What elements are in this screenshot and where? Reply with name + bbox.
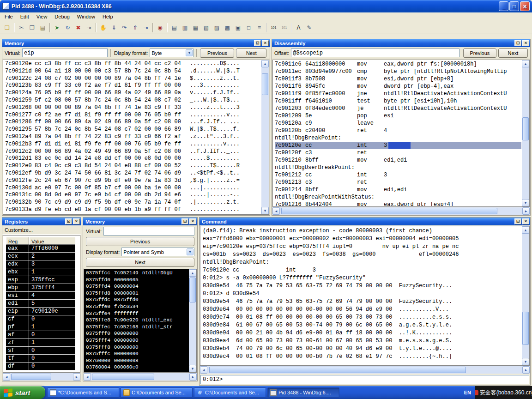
taskbar-button[interactable]: C:\Documents and Se...: [121, 387, 193, 398]
menu-item-view[interactable]: View: [33, 13, 51, 20]
menu-item-window[interactable]: Window: [73, 13, 99, 20]
run-to-cursor-button[interactable]: ⇥: [140, 23, 151, 33]
disassembly-previous-button[interactable]: Previous: [463, 48, 496, 58]
scratch-pad-button[interactable]: □: [243, 23, 254, 33]
processes-threads-button[interactable]: ≡: [254, 23, 265, 33]
disassembly-content[interactable]: 7c9011e664a118000000moveax,dword ptr fs:…: [272, 60, 530, 207]
source-mode-on-button[interactable]: 101: [268, 23, 279, 33]
scroll-right-button[interactable]: ▸: [522, 207, 530, 215]
insert-breakpoint-button[interactable]: ◉: [155, 23, 165, 33]
memory1-close-button[interactable]: ×: [262, 40, 269, 46]
taskbar-button[interactable]: Pid 3488 - WinDbg:6....: [267, 387, 339, 398]
memory2-dock-button[interactable]: ⊡: [181, 218, 188, 224]
value-column-header[interactable]: Value: [29, 237, 75, 245]
scroll-down-button[interactable]: ▾: [522, 358, 529, 365]
registers-title-bar[interactable]: Registers ⊡ ×: [2, 218, 81, 225]
scroll-down-button[interactable]: ▾: [522, 199, 529, 206]
chevron-down-icon[interactable]: ▾: [186, 49, 193, 56]
memory2-close-button[interactable]: ×: [189, 218, 196, 224]
scroll-up-button[interactable]: ▴: [522, 60, 529, 67]
scroll-thumb[interactable]: [262, 73, 268, 95]
memory1-display-format-select[interactable]: Byte ▾: [150, 48, 193, 57]
command-close-button[interactable]: ×: [522, 218, 529, 224]
command-window-button[interactable]: ▤: [169, 23, 180, 33]
scroll-thumb[interactable]: [522, 117, 529, 141]
disassembly-close-button[interactable]: ×: [522, 40, 529, 46]
scroll-thumb[interactable]: [189, 278, 196, 302]
command-dock-button[interactable]: ⊡: [514, 218, 521, 224]
disassembly-window-button[interactable]: ▣: [233, 23, 243, 33]
watch-window-button[interactable]: ▥: [180, 23, 190, 33]
disassembly-title-bar[interactable]: Disassembly ⊡ ×: [272, 39, 530, 47]
memory-pointer-dump[interactable]: 0375ffcc7c952149ntdll!DbgU0375ffd0000000…: [86, 270, 188, 372]
stop-debugging-button[interactable]: ✖: [73, 23, 84, 33]
step-into-button[interactable]: ⇓: [109, 23, 119, 33]
restart-button[interactable]: ↻: [62, 23, 73, 33]
command-input[interactable]: [223, 376, 529, 383]
memory2-next-button[interactable]: Next: [86, 258, 194, 267]
break-button[interactable]: ✋: [98, 23, 109, 33]
open-source-file-button[interactable]: ❏: [2, 23, 12, 33]
close-button[interactable]: ×: [520, 1, 530, 11]
disassembly-dock-button[interactable]: ⊡: [514, 40, 521, 46]
title-bar[interactable]: Pid 3488 - WinDbg:6.2.9200.16384 X86 _ □…: [0, 0, 532, 12]
disassembly-listing[interactable]: 7c9011e664a118000000moveax,dword ptr fs:…: [275, 60, 521, 206]
scroll-down-button[interactable]: ▾: [189, 365, 196, 372]
memory2-horizontal-scrollbar[interactable]: ◂▸: [84, 373, 197, 381]
go-button[interactable]: ➤: [52, 23, 62, 33]
locals-window-button[interactable]: ▦: [190, 23, 201, 33]
scroll-thumb[interactable]: [92, 374, 154, 380]
memory1-next-button[interactable]: Next: [236, 48, 266, 58]
maximize-button[interactable]: □: [509, 1, 519, 11]
reg-column-header[interactable]: Reg: [6, 237, 29, 245]
command-vertical-scrollbar[interactable]: ▴▾: [522, 226, 529, 365]
customize-link[interactable]: Customize...: [5, 227, 33, 233]
taskbar-button[interactable]: *C:\Documents and S...: [47, 387, 119, 398]
command-horizontal-scrollbar[interactable]: ◂▸: [200, 366, 530, 374]
command-content[interactable]: (da0.f14): Break instruction exception -…: [200, 226, 530, 366]
memory1-virtual-input[interactable]: [22, 48, 108, 57]
memory1-vertical-scrollbar[interactable]: ▴▾: [261, 60, 269, 214]
scroll-left-button[interactable]: ◂: [272, 207, 280, 215]
source-mode-off-button[interactable]: 101: [279, 23, 290, 33]
memory2-content[interactable]: 0375ffcc7c952149ntdll!DbgU0375ffd0000000…: [84, 269, 197, 373]
registers-content[interactable]: Reg Value eax7ffd6000ecx2edx3ebx1esp375f…: [3, 235, 80, 373]
scroll-right-button[interactable]: ▸: [522, 366, 530, 374]
memory1-content[interactable]: 7c90120ecc c3 8b ff cc c3 8b ff 8b 44 24…: [3, 60, 269, 215]
scroll-left-button[interactable]: ◂: [200, 366, 207, 374]
memory2-display-format-select[interactable]: Pointer and Symb ▾: [121, 248, 194, 256]
minimize-button[interactable]: _: [499, 1, 508, 11]
memory1-dock-button[interactable]: ⊡: [254, 40, 261, 46]
command-title-bar[interactable]: Command ⊡ ×: [200, 218, 530, 225]
taskbar-button[interactable]: C:\Documents and Se...: [194, 387, 266, 398]
scroll-thumb[interactable]: [11, 374, 51, 380]
disassembly-next-button[interactable]: Next: [498, 48, 528, 58]
scroll-up-button[interactable]: ▴: [261, 60, 269, 67]
memory2-virtual-input[interactable]: [103, 227, 194, 236]
detach-process-button[interactable]: ⇥: [84, 23, 94, 33]
scroll-left-button[interactable]: ◂: [3, 373, 10, 381]
menu-item-file[interactable]: File: [1, 13, 17, 20]
memory1-previous-button[interactable]: Previous: [200, 48, 234, 58]
memory-hex-dump[interactable]: 7c90120ecc c3 8b ff cc c3 8b ff 8b 44 24…: [5, 60, 261, 214]
step-over-button[interactable]: ↷: [119, 23, 130, 33]
properties-button[interactable]: ✎: [304, 23, 314, 33]
call-stack-window-button[interactable]: ▩: [222, 23, 233, 33]
memory1-title-bar[interactable]: Memory ⊡ ×: [2, 39, 270, 47]
disassembly-horizontal-scrollbar[interactable]: ◂▸: [272, 207, 530, 215]
language-indicator[interactable]: EN: [460, 390, 475, 395]
scroll-up-button[interactable]: ▴: [522, 226, 529, 234]
scroll-down-button[interactable]: ▾: [261, 207, 269, 214]
scroll-up-button[interactable]: ▴: [189, 269, 196, 277]
memory2-previous-button[interactable]: Previous: [86, 237, 194, 246]
registers-horizontal-scrollbar[interactable]: ◂▸: [3, 373, 80, 381]
registers-close-button[interactable]: ×: [73, 218, 80, 224]
disassembly-vertical-scrollbar[interactable]: ▴▾: [522, 60, 529, 206]
cut-button[interactable]: ✂: [16, 23, 27, 33]
scroll-thumb[interactable]: [209, 367, 466, 373]
menu-item-help[interactable]: Help: [99, 13, 117, 20]
memory-window-button[interactable]: ▨: [212, 23, 222, 33]
font-button[interactable]: A: [293, 23, 304, 33]
scroll-thumb[interactable]: [522, 312, 529, 345]
disassembly-offset-input[interactable]: [291, 48, 459, 57]
